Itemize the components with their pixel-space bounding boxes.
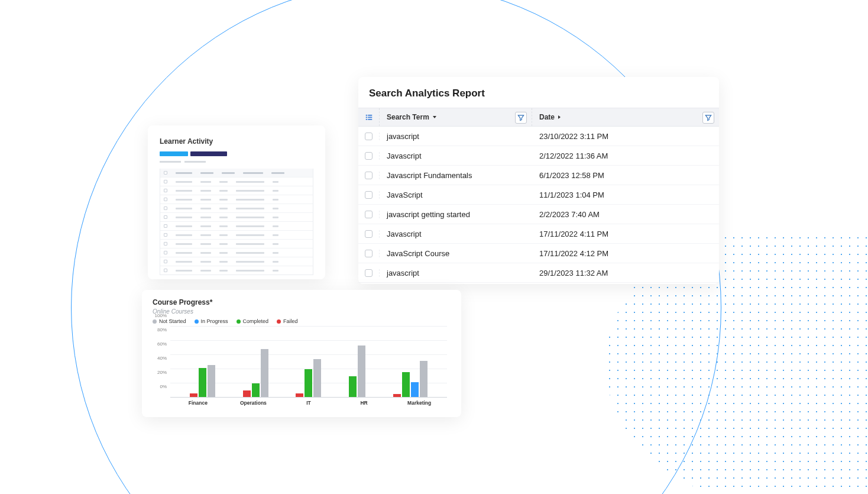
row-checkbox[interactable] xyxy=(365,191,373,199)
table-row: Javascript2/12/2022 11:36 AM xyxy=(358,146,719,166)
column-header-date[interactable]: Date xyxy=(532,108,719,126)
row-checkbox[interactable] xyxy=(164,242,167,246)
bar[interactable] xyxy=(305,369,312,398)
table-row: JavaScript11/1/2023 1:04 PM xyxy=(358,185,719,205)
bar[interactable] xyxy=(199,368,206,398)
row-checkbox[interactable] xyxy=(164,224,167,228)
learner-table-header xyxy=(160,169,313,177)
course-progress-subtitle: Online Courses xyxy=(153,308,451,315)
cell-date: 6/1/2023 12:58 PM xyxy=(532,171,719,180)
course-progress-title: Course Progress* xyxy=(153,298,451,306)
legend-item[interactable]: Failed xyxy=(277,318,298,324)
row-checkbox[interactable] xyxy=(164,233,167,237)
row-checkbox[interactable] xyxy=(164,180,167,183)
bar[interactable] xyxy=(313,359,321,398)
cell-skeleton xyxy=(200,217,211,218)
learner-tab-active[interactable] xyxy=(160,151,188,156)
bar[interactable] xyxy=(420,361,427,398)
cell-skeleton xyxy=(219,190,228,192)
row-checkbox[interactable] xyxy=(164,206,167,210)
chart-x-axis: FinanceOperationsITHRMarketing xyxy=(170,397,447,398)
column-header[interactable] xyxy=(243,172,263,174)
learner-activity-subbars xyxy=(160,161,313,163)
y-tick-label: 0% xyxy=(160,384,167,389)
svg-rect-4 xyxy=(365,119,367,120)
column-header[interactable] xyxy=(176,172,192,174)
row-checkbox[interactable] xyxy=(164,189,167,192)
cell-search-term: Javascript xyxy=(380,230,532,238)
row-checkbox[interactable] xyxy=(365,269,373,277)
cell-skeleton xyxy=(176,190,192,192)
cell-skeleton xyxy=(236,243,264,245)
x-tick-label: HR xyxy=(360,400,367,406)
cell-skeleton xyxy=(176,217,192,218)
row-checkbox[interactable] xyxy=(365,133,373,140)
cell-skeleton xyxy=(219,217,228,218)
y-tick-label: 100% xyxy=(155,313,167,318)
y-tick-label: 60% xyxy=(157,341,167,347)
row-checkbox[interactable] xyxy=(164,269,167,272)
row-checkbox[interactable] xyxy=(365,152,373,160)
cell-skeleton xyxy=(236,217,264,218)
cell-skeleton xyxy=(236,199,264,201)
table-row xyxy=(160,186,313,195)
cell-skeleton xyxy=(200,208,211,209)
learner-activity-table xyxy=(160,169,313,275)
filter-button[interactable] xyxy=(515,112,527,124)
cell-skeleton xyxy=(200,270,211,272)
row-checkbox[interactable] xyxy=(164,198,167,201)
bar[interactable] xyxy=(402,372,410,398)
learner-tab[interactable] xyxy=(190,151,227,156)
bar[interactable] xyxy=(358,346,365,398)
bar-group xyxy=(393,327,427,398)
cell-date: 29/1/2023 11:32 AM xyxy=(532,269,719,277)
bar[interactable] xyxy=(261,349,268,398)
table-row: Javascript Fundamentals6/1/2023 12:58 PM xyxy=(358,166,719,185)
legend-item[interactable]: Completed xyxy=(237,318,269,324)
legend-swatch xyxy=(277,319,281,324)
legend-label: Completed xyxy=(243,318,269,324)
column-header[interactable] xyxy=(271,172,284,174)
y-tick-label: 80% xyxy=(157,327,167,332)
course-progress-card: Course Progress* Online Courses Not Star… xyxy=(142,290,461,417)
row-checkbox[interactable] xyxy=(365,172,373,179)
bar[interactable] xyxy=(252,383,260,398)
row-checkbox[interactable] xyxy=(365,211,373,218)
select-all-checkbox[interactable] xyxy=(164,171,167,175)
legend-item[interactable]: Not Started xyxy=(153,318,186,324)
cell-date: 2/2/2023 7:40 AM xyxy=(532,210,719,219)
column-header[interactable] xyxy=(200,172,213,174)
x-tick-label: Marketing xyxy=(407,400,431,406)
row-checkbox[interactable] xyxy=(164,251,167,254)
legend-swatch xyxy=(153,319,157,324)
legend-swatch xyxy=(237,319,241,324)
bar-group xyxy=(190,327,215,398)
checkbox-cell xyxy=(358,211,380,218)
list-view-icon[interactable] xyxy=(358,108,380,126)
table-row xyxy=(160,230,313,239)
table-row xyxy=(160,239,313,248)
svg-rect-2 xyxy=(365,117,367,118)
bar[interactable] xyxy=(208,365,215,398)
cell-skeleton xyxy=(273,208,278,209)
row-checkbox[interactable] xyxy=(164,260,167,263)
bar-group xyxy=(296,327,321,398)
cell-skeleton xyxy=(273,190,278,192)
row-checkbox[interactable] xyxy=(365,250,373,257)
bar-group xyxy=(349,327,365,398)
svg-rect-1 xyxy=(368,115,372,116)
row-checkbox[interactable] xyxy=(365,230,373,238)
column-header-search-term[interactable]: Search Term xyxy=(380,108,532,126)
legend-item[interactable]: In Progress xyxy=(195,318,228,324)
column-header[interactable] xyxy=(222,172,235,174)
chart-legend: Not StartedIn ProgressCompletedFailed xyxy=(153,318,451,324)
bar[interactable] xyxy=(349,376,357,398)
bar[interactable] xyxy=(411,382,419,398)
cell-date: 23/10/2022 3:11 PM xyxy=(532,132,719,141)
table-row: javascript getting started2/2/2023 7:40 … xyxy=(358,205,719,224)
row-checkbox[interactable] xyxy=(164,215,167,219)
cell-skeleton xyxy=(176,225,192,227)
table-row xyxy=(160,204,313,212)
filter-button[interactable] xyxy=(702,112,714,124)
cell-skeleton xyxy=(219,234,228,236)
